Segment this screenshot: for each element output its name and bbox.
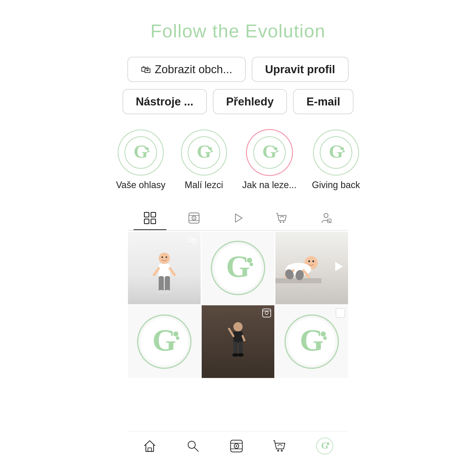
svg-point-26 (193, 218, 195, 219)
tab-shop[interactable] (266, 206, 298, 230)
nav-reels[interactable] (230, 439, 243, 453)
shopping-icon (276, 212, 288, 224)
svg-point-88 (277, 450, 279, 452)
gecko-logo-grid-2: G (210, 240, 266, 296)
svg-text:G: G (152, 323, 176, 357)
svg-point-62 (173, 331, 178, 337)
highlight-circle-4: G (313, 129, 359, 176)
nav-avatar: G (316, 438, 333, 455)
cell-badge-play (333, 261, 344, 275)
svg-point-52 (312, 261, 314, 262)
svg-rect-37 (159, 264, 170, 278)
svg-point-63 (176, 336, 179, 340)
svg-point-85 (236, 445, 237, 447)
svg-point-36 (166, 256, 167, 258)
svg-point-89 (281, 450, 283, 452)
baby-standing-svg (149, 251, 180, 302)
svg-point-40 (158, 290, 165, 294)
svg-text:G: G (300, 323, 323, 357)
grid-cell-5[interactable] (202, 305, 274, 378)
tools-button[interactable]: Nástroje ... (123, 89, 207, 114)
search-icon (186, 439, 200, 453)
nav-reels-icon (230, 439, 243, 453)
svg-text:G: G (329, 141, 343, 162)
svg-line-82 (194, 447, 198, 451)
svg-point-35 (161, 256, 163, 258)
home-icon (143, 439, 157, 453)
baby-crawling-svg (275, 253, 321, 283)
svg-line-42 (154, 268, 159, 275)
svg-point-79 (323, 336, 327, 340)
svg-point-4 (147, 150, 149, 152)
grid-cell-6[interactable]: G (275, 305, 348, 378)
tab-grid[interactable] (134, 206, 166, 230)
svg-rect-23 (151, 219, 156, 224)
svg-rect-38 (159, 276, 164, 291)
grid-cell-2[interactable]: G (202, 232, 274, 304)
svg-rect-21 (151, 212, 156, 217)
svg-point-34 (159, 253, 170, 264)
toddler-svg (225, 321, 251, 362)
svg-point-32 (324, 213, 328, 218)
tab-reels[interactable] (178, 206, 210, 230)
grid-cell-4[interactable]: G (128, 305, 201, 378)
svg-rect-39 (165, 276, 170, 291)
edit-profile-button[interactable]: Upravit profil (252, 57, 349, 82)
svg-rect-72 (263, 309, 271, 317)
cell-badge-shop: 🛍 (188, 235, 198, 245)
highlight-mali-lezci[interactable]: G Malí lezci (181, 129, 227, 190)
svg-text:G: G (321, 440, 328, 451)
gecko-logo-grid-6: G (284, 313, 340, 370)
svg-point-48 (250, 263, 253, 266)
nav-search[interactable] (186, 439, 200, 453)
insights-button[interactable]: Přehledy (213, 89, 287, 114)
title-static: Follow the (150, 21, 245, 41)
tag-person-icon (320, 212, 332, 224)
content-tabs (128, 206, 348, 231)
svg-point-13 (274, 147, 277, 150)
view-shop-button[interactable]: 🛍 Zobrazit obch... (127, 57, 245, 82)
grid-cell-1[interactable]: 🛍 (128, 232, 201, 304)
grid-cell-3[interactable] (275, 232, 348, 304)
svg-point-19 (343, 150, 345, 152)
svg-rect-65 (233, 331, 243, 343)
action-buttons-row2: Nástroje ... Přehledy E-mail (123, 89, 354, 114)
svg-line-70 (229, 329, 233, 336)
view-shop-label: Zobrazit obch... (155, 63, 232, 76)
tools-label: Nástroje ... (136, 95, 193, 108)
insights-label: Přehledy (226, 95, 274, 108)
nav-shop[interactable] (273, 439, 287, 453)
svg-text:G: G (197, 141, 211, 162)
reels-icon (188, 212, 200, 224)
gecko-logo-3: G (253, 136, 286, 169)
svg-point-69 (237, 353, 244, 357)
svg-text:G: G (134, 141, 148, 162)
action-buttons-row1: 🛍 Zobrazit obch... Upravit profil (127, 57, 348, 82)
svg-rect-22 (144, 219, 149, 224)
email-button[interactable]: E-mail (293, 89, 353, 114)
svg-marker-29 (235, 214, 242, 222)
highlight-label-3: Jak na leze... (242, 180, 297, 190)
svg-marker-58 (335, 262, 343, 271)
nav-shop-icon (273, 439, 287, 453)
tab-play[interactable] (222, 206, 254, 230)
svg-line-43 (170, 268, 175, 275)
svg-point-18 (341, 147, 344, 150)
shop-icon: 🛍 (141, 64, 151, 75)
svg-text:G: G (262, 141, 277, 162)
highlight-jak-na-leze[interactable]: G Jak na leze... (242, 129, 297, 190)
svg-point-64 (233, 322, 243, 331)
nav-profile[interactable]: G (316, 438, 333, 455)
highlight-vase-ohlasy[interactable]: G Vaše ohlasy (116, 129, 165, 190)
tab-tagged[interactable] (310, 206, 342, 230)
grid-icon (144, 212, 156, 224)
reels-badge-icon (262, 308, 271, 318)
svg-point-92 (327, 442, 329, 445)
nav-home[interactable] (143, 439, 157, 453)
play-icon (232, 212, 244, 224)
highlight-giving-back[interactable]: G Giving back (312, 129, 360, 190)
svg-point-14 (276, 150, 278, 152)
highlight-circle-1: G (118, 129, 164, 176)
gecko-logo-4: G (319, 136, 353, 169)
cell-badge-reels (262, 308, 271, 320)
